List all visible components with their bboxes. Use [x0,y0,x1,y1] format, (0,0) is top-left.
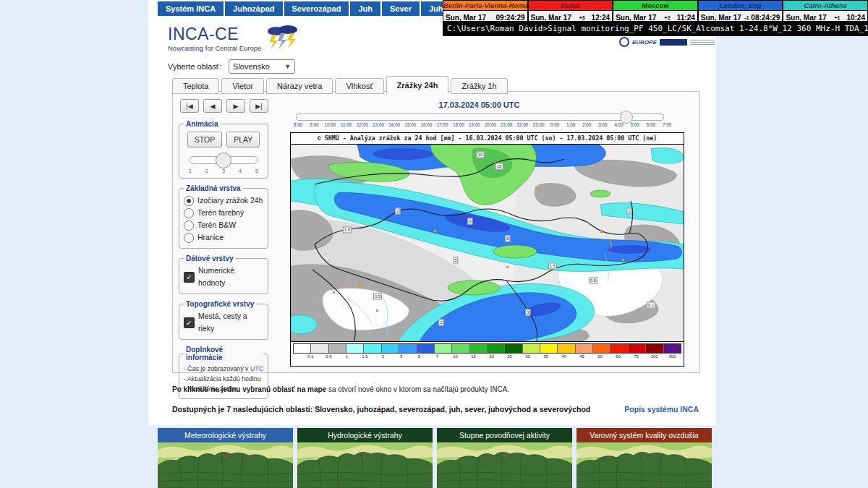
base-layer-radio[interactable]: Izočiary zrážok 24h [184,194,263,207]
legend-value-label: 25 [501,354,519,359]
precipitation-map[interactable]: © SHMÚ - Analýza zrážok za 24 hod [mm] -… [290,132,684,367]
region-select-label: Vyberte oblasť: [168,62,221,71]
product-tab[interactable]: Teplota [172,78,219,94]
radio-icon [184,233,194,243]
speed-slider[interactable] [190,156,258,164]
logo-title: INCA-CE [168,25,261,43]
legend-value-label: 0.1 [302,354,320,359]
radio-label: Izočiary zrážok 24h [197,194,263,207]
legend-color-cell [576,344,593,353]
product-tab[interactable]: Vietor [221,78,264,94]
speed-scale-number: 5 [255,168,258,174]
clock-date: Sun, Mar 17 [701,14,741,22]
contour-value-label: 3 [525,309,530,316]
contour-value-label: 1 [626,208,631,215]
warning-panel[interactable]: Meteorologické výstrahy [158,428,293,488]
nav-item[interactable]: Sever [382,1,420,16]
nav-item[interactable]: Severozápad [284,1,349,16]
legend-color-cell [435,344,452,353]
warning-panel-title: Stupne povodňovej aktivity [437,428,572,442]
product-tab[interactable]: Vlhkosť [335,78,383,94]
time-slider[interactable] [296,114,664,121]
skip-end-button[interactable]: ▶| [250,99,268,113]
logo-subtitle: Nowcasting for Central Europe [168,44,261,52]
nav-item[interactable]: Juh [350,1,380,16]
contour-value-label: 0.5 [373,294,382,300]
radio-icon [184,221,194,231]
product-tab[interactable]: Zrážky 1h [451,78,507,94]
map-image[interactable]: 101521.53511.50.50.1320.55 [291,145,684,341]
info-line: - Aktualizácia každú hodinu [184,374,263,384]
legend-value-label: 40 [555,354,573,359]
time-tick-label: 14:00 [386,122,402,127]
base-layer-legend: Základná vrstva [184,184,243,192]
legend-color-cell [470,344,488,353]
nav-item[interactable]: Systém INCA [158,1,224,16]
programme-logo-text [690,40,715,45]
legend-value-label: 2 [374,354,392,359]
nav-item[interactable]: Juhozápad [225,1,282,16]
regions-list-text: Dostupných je 7 nasledujúcich oblastí: S… [172,405,590,414]
contour-value-label: 15 [495,163,503,170]
map-hint-text: Po kliknutí na jednu vybranú oblasť na m… [172,385,509,393]
numeric-values-checkbox[interactable]: Numerické hodnoty [184,265,263,289]
info-legend: Doplnkové informácie [184,346,263,361]
legend-value-label: 75 [627,354,645,359]
clock-utc-offset: +1 [834,15,840,20]
checkbox-checked-icon [184,317,195,328]
contour-value-label: 10 [477,152,485,158]
time-tick-label: 15:00 [402,122,418,127]
product-tab[interactable]: Zrážky 24h [386,76,449,94]
time-tick-label: 8:00 [290,122,306,127]
legend-value-label: 45 [573,354,591,359]
utc-link[interactable]: UTC [250,365,263,372]
clock-date: Sun, Mar 17 [786,14,826,22]
clock-utc-offset: +2 [665,15,671,20]
legend-value-label: 35 [537,354,555,359]
region-select[interactable]: Slovensko ▼ [229,59,295,74]
time-tick-label: 13:00 [370,122,386,127]
clock-time: 08:24:29 [751,14,780,22]
cloud-lightning-icon [265,25,303,53]
time-tick-label: 2:00 [579,122,595,127]
clock-city-name: London, Eng [699,1,783,11]
topo-layers-fieldset: Topografické vrstvy Mestá, cesty a rieky [179,300,268,340]
time-tick-label: 1:00 [563,122,579,127]
speed-slider-thumb[interactable] [216,153,231,168]
step-forward-button[interactable]: ▶ [226,99,245,113]
clock-date: Sun, Mar 17 [446,14,486,22]
legend-color-cell [452,344,469,353]
contour-value-label: 0.1 [647,302,655,309]
play-button[interactable]: PLAY [226,132,260,147]
precipitation-legend: 0.10.511.5235710152025303540455060751003… [291,341,684,359]
inca-description-link[interactable]: Popis systému INCA [624,405,699,414]
region-selector-row: Vyberte oblasť: Slovensko ▼ [168,59,295,74]
step-back-button[interactable]: ◀ [203,99,222,113]
product-tab[interactable]: Nárazy vetra [266,78,333,94]
skip-start-button[interactable]: |◀ [180,99,199,113]
contour-value-label: 5 [505,236,510,242]
base-layer-radio[interactable]: Terén B&W [184,219,263,231]
time-tick-label: 5:00 [627,122,643,127]
legend-color-cell [417,344,435,353]
stop-button[interactable]: STOP [187,132,222,147]
legend-value-label: 10 [446,354,464,359]
terminal-command-line[interactable]: C:\Users\Roman Dávid>Signal monitoring_P… [443,21,868,36]
warning-panel-title: Varovný systém kvality ovzdušia [576,428,712,442]
product-tabs: TeplotaVietorNárazy vetraVlhkosťZrážky 2… [172,76,508,94]
warning-panel[interactable]: Varovný systém kvality ovzdušia [576,428,712,488]
base-layer-radio[interactable]: Terén farebný [184,207,263,219]
chevron-down-icon: ▼ [284,63,291,70]
warning-panel[interactable]: Hydrologické výstrahy [297,428,433,488]
base-layer-radio[interactable]: Hranice [184,231,263,244]
warning-panel-title: Hydrologické výstrahy [297,428,433,442]
legend-color-cell [329,344,346,353]
clock-time: 10:24 [846,14,865,22]
data-layers-legend: Dátové vrstvy [184,254,236,262]
time-tick-label: 17:00 [435,122,451,127]
warning-panel[interactable]: Stupne povodňovej aktivity [437,428,572,488]
legend-value-label: 15 [464,354,482,359]
cities-roads-checkbox[interactable]: Mestá, cesty a rieky [184,310,263,335]
contour-value-label: 0.5 [589,278,597,284]
legend-color-cell [294,344,311,353]
